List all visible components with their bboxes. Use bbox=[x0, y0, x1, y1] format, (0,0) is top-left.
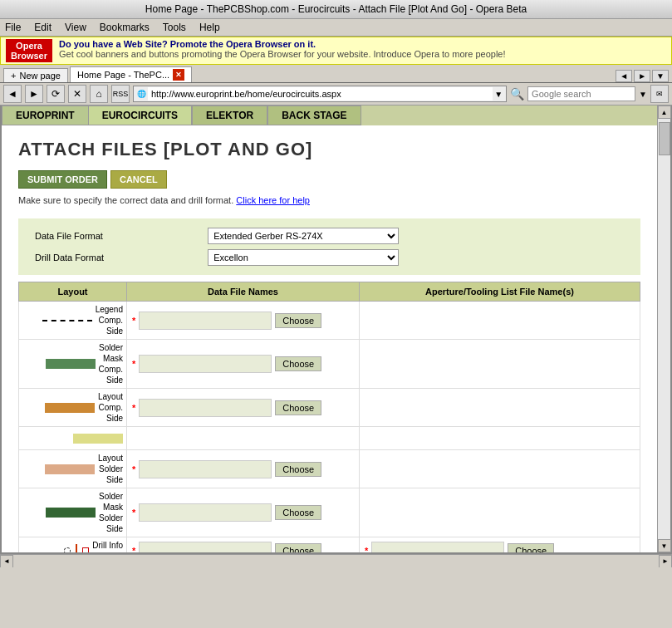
choose-button-solder-mask-solder[interactable]: Choose bbox=[275, 505, 321, 520]
choose-button-layout-comp[interactable]: Choose bbox=[275, 400, 321, 415]
stop-button[interactable]: ✕ bbox=[68, 85, 86, 103]
forward-button[interactable]: ► bbox=[25, 85, 43, 103]
yellow-indicator bbox=[73, 434, 123, 444]
file-input-solder-mask-solder[interactable] bbox=[139, 503, 272, 522]
search-input[interactable] bbox=[527, 86, 635, 101]
format-table: Data File Format Extended Gerber RS-274X… bbox=[28, 225, 630, 268]
scroll-left-button[interactable]: ◄ bbox=[0, 555, 13, 568]
layout-solder-side: LayoutSolderSide bbox=[19, 450, 127, 488]
peach-indicator bbox=[45, 464, 95, 474]
tab-backstage[interactable]: BACK STAGE bbox=[267, 105, 361, 125]
scrollbar: ▲ ▼ bbox=[657, 105, 670, 552]
file-input-layout-solder[interactable] bbox=[139, 460, 272, 478]
table-row: Drill InfoPTH * Choose bbox=[19, 537, 640, 553]
choose-button-solder-mask-comp[interactable]: Choose bbox=[275, 356, 321, 371]
required-star: * bbox=[132, 508, 135, 518]
help-link[interactable]: Click here for help bbox=[236, 195, 310, 205]
submit-order-button[interactable]: SUBMIT ORDER bbox=[18, 170, 107, 189]
required-star: * bbox=[132, 359, 135, 369]
col-aperture: Aperture/Tooling List File Name(s) bbox=[360, 282, 640, 302]
table-row: SolderMaskComp.Side * Choose bbox=[19, 340, 640, 389]
tab-actions: ◄ ► ▼ bbox=[616, 70, 669, 82]
tab-scroll-right[interactable]: ► bbox=[634, 70, 650, 82]
file-input-drill-pth[interactable] bbox=[139, 542, 272, 552]
bottom-scrollbar: ◄ ► bbox=[0, 554, 672, 567]
scroll-right-button[interactable]: ► bbox=[659, 555, 672, 568]
drill-left-dot bbox=[64, 547, 71, 552]
opera-logo: Opera Browser bbox=[6, 39, 52, 62]
layout-comp-side: LayoutComp.Side bbox=[19, 389, 127, 427]
search-dropdown-icon[interactable]: ▼ bbox=[639, 90, 647, 99]
address-input[interactable] bbox=[148, 87, 493, 101]
layout-legend-comp: LegendComp.Side bbox=[19, 302, 127, 340]
choose-button-layout-solder[interactable]: Choose bbox=[275, 462, 321, 477]
menu-edit[interactable]: Edit bbox=[32, 21, 53, 34]
drill-right-dot bbox=[82, 547, 89, 552]
dropdown-icon[interactable]: ▼ bbox=[494, 90, 503, 99]
col-layout: Layout bbox=[19, 282, 127, 302]
scrollbar-thumb[interactable] bbox=[659, 122, 670, 155]
home-button[interactable]: ⌂ bbox=[90, 85, 108, 103]
address-box: 🌐 ▼ bbox=[133, 86, 507, 102]
table-row bbox=[19, 427, 640, 450]
tab-europrint[interactable]: EUROPRINT bbox=[2, 105, 88, 125]
table-row: LegendComp.Side * Choose bbox=[19, 302, 640, 340]
format-section: Data File Format Extended Gerber RS-274X… bbox=[2, 212, 657, 552]
scroll-up-button[interactable]: ▲ bbox=[658, 105, 671, 119]
tab-bar: + New page Home Page - ThePC... ✕ ◄ ► ▼ bbox=[0, 65, 672, 83]
file-input-layout-comp[interactable] bbox=[139, 399, 272, 417]
page-nav-tabs: EUROPRINT EUROCIRCUITS ELEKTOR BACK STAG… bbox=[2, 105, 657, 125]
tab-elektor[interactable]: ELEKTOR bbox=[192, 105, 267, 125]
address-bar: ◄ ► ⟳ ✕ ⌂ RSS 🌐 ▼ 🔍 ▼ ✉ bbox=[0, 83, 672, 105]
file-input-drill-pth-aperture[interactable] bbox=[371, 542, 504, 552]
help-text: Make sure to specify the correct data an… bbox=[2, 192, 657, 212]
menu-view[interactable]: View bbox=[63, 21, 88, 34]
drill-data-format-label: Drill Data Format bbox=[28, 247, 201, 268]
layout-yellow bbox=[19, 427, 127, 450]
new-page-icon: + bbox=[11, 71, 16, 81]
page-heading: ATTACH FILES [PLOT AND GO] bbox=[2, 125, 657, 167]
choose-button-drill-pth-aperture[interactable]: Choose bbox=[508, 543, 554, 552]
mail-button[interactable]: ✉ bbox=[650, 85, 669, 103]
legend-dashed-indicator bbox=[42, 320, 92, 321]
menu-file[interactable]: File bbox=[3, 21, 22, 34]
drill-data-format-select[interactable]: Excellon bbox=[208, 249, 399, 266]
data-file-format-label: Data File Format bbox=[28, 225, 201, 247]
tab-scroll-left[interactable]: ◄ bbox=[616, 70, 632, 82]
table-row: SolderMaskSolderSide * Choose bbox=[19, 488, 640, 537]
browser-content: EUROPRINT EUROCIRCUITS ELEKTOR BACK STAG… bbox=[0, 105, 672, 554]
title-bar: Home Page - ThePCBShop.com - Eurocircuit… bbox=[0, 0, 672, 19]
promo-bar: Opera Browser Do you have a Web Site? Pr… bbox=[0, 37, 672, 65]
file-input-legend-comp[interactable] bbox=[139, 312, 272, 330]
scrollbar-track[interactable] bbox=[658, 119, 670, 539]
menu-bookmarks[interactable]: Bookmarks bbox=[98, 21, 151, 34]
cancel-button[interactable]: CANCEL bbox=[110, 170, 167, 189]
search-icon: 🔍 bbox=[510, 87, 524, 101]
scroll-down-button[interactable]: ▼ bbox=[658, 539, 671, 552]
back-button[interactable]: ◄ bbox=[3, 85, 22, 103]
drill-pth-indicator bbox=[64, 544, 89, 552]
scroll-area[interactable]: EUROPRINT EUROCIRCUITS ELEKTOR BACK STAG… bbox=[2, 105, 657, 552]
action-buttons: SUBMIT ORDER CANCEL bbox=[2, 167, 657, 192]
reload-button[interactable]: ⟳ bbox=[47, 85, 65, 103]
data-file-format-select[interactable]: Extended Gerber RS-274X bbox=[208, 228, 399, 244]
tab-new-page[interactable]: + New page bbox=[3, 68, 68, 82]
layout-solder-mask-solder: SolderMaskSolderSide bbox=[19, 488, 127, 537]
required-star: * bbox=[132, 464, 135, 474]
tab-eurocircuits[interactable]: EUROCIRCUITS bbox=[88, 105, 192, 125]
col-data-files: Data File Names bbox=[127, 282, 360, 302]
format-row: Data File Format Extended Gerber RS-274X… bbox=[18, 218, 640, 275]
choose-button-drill-pth[interactable]: Choose bbox=[275, 543, 321, 552]
tab-homepage[interactable]: Home Page - ThePC... ✕ bbox=[70, 66, 192, 82]
table-row: LayoutSolderSide * Choose bbox=[19, 450, 640, 488]
tab-menu[interactable]: ▼ bbox=[652, 70, 669, 82]
window-title: Home Page - ThePCBShop.com - Eurocircuit… bbox=[145, 3, 527, 15]
tab-close-button[interactable]: ✕ bbox=[173, 69, 184, 81]
orange-indicator bbox=[45, 403, 95, 413]
menu-tools[interactable]: Tools bbox=[161, 21, 188, 34]
choose-button-legend-comp[interactable]: Choose bbox=[275, 313, 321, 328]
rss-button[interactable]: RSS bbox=[111, 85, 130, 103]
layout-solder-mask-comp: SolderMaskComp.Side bbox=[19, 340, 127, 389]
menu-help[interactable]: Help bbox=[198, 21, 222, 34]
file-input-solder-mask-comp[interactable] bbox=[139, 355, 272, 373]
